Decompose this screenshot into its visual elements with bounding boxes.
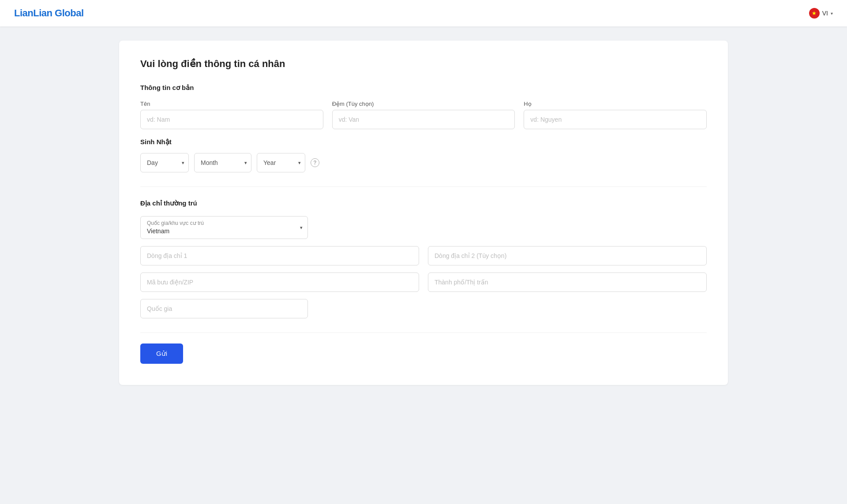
- first-name-group: Tên: [140, 101, 323, 129]
- birthday-row: Day ▾ Month ▾ Year ▾ ?: [140, 153, 707, 172]
- flag-icon: [809, 8, 820, 19]
- middle-name-group: Đệm (Tùy chọn): [332, 101, 515, 129]
- postal-city-row: [140, 273, 707, 292]
- birthday-section: Sinh Nhật Day ▾ Month ▾ Year: [140, 138, 707, 172]
- chevron-down-icon: ▾: [831, 11, 833, 16]
- basic-info-title: Thông tin cơ bản: [140, 84, 707, 92]
- submit-button[interactable]: Gửi: [140, 343, 183, 364]
- header: LianLian Global VI ▾: [0, 0, 847, 26]
- year-select-wrapper: Year ▾: [257, 153, 305, 172]
- country-text-input[interactable]: [140, 299, 308, 318]
- address-title: Địa chỉ thường trú: [140, 199, 707, 207]
- lang-label: VI: [822, 10, 828, 17]
- middle-name-label: Đệm (Tùy chọn): [332, 101, 515, 107]
- address-lines-row: [140, 246, 707, 265]
- country-value: Vietnam: [147, 228, 169, 235]
- year-select[interactable]: Year: [257, 153, 305, 172]
- day-select-wrapper: Day ▾: [140, 153, 189, 172]
- country-input-row: [140, 299, 707, 318]
- page-title: Vui lòng điền thông tin cá nhân: [140, 58, 707, 70]
- middle-name-input[interactable]: [332, 110, 515, 129]
- last-name-label: Họ: [524, 101, 707, 107]
- address2-input[interactable]: [428, 246, 707, 265]
- country-dropdown[interactable]: Quốc gia/khu vực cư trú Vietnam: [140, 216, 308, 239]
- language-selector[interactable]: VI ▾: [809, 8, 833, 19]
- name-row: Tên Đệm (Tùy chọn) Họ: [140, 101, 707, 129]
- month-select-wrapper: Month ▾: [194, 153, 251, 172]
- first-name-input[interactable]: [140, 110, 323, 129]
- logo-text: LianLian Global: [14, 7, 84, 19]
- footer-divider: [140, 332, 707, 333]
- logo: LianLian Global: [14, 7, 84, 19]
- section-divider: [140, 187, 707, 187]
- country-select-container: Quốc gia/khu vực cư trú Vietnam ▾: [140, 216, 308, 239]
- first-name-label: Tên: [140, 101, 323, 107]
- address1-input[interactable]: [140, 246, 419, 265]
- basic-info-section: Thông tin cơ bản Tên Đệm (Tùy chọn) Họ: [140, 84, 707, 129]
- last-name-group: Họ: [524, 101, 707, 129]
- last-name-input[interactable]: [524, 110, 707, 129]
- info-icon[interactable]: ?: [311, 158, 319, 167]
- postal-input[interactable]: [140, 273, 419, 292]
- birthday-title: Sinh Nhật: [140, 138, 707, 146]
- main-content: Vui lòng điền thông tin cá nhân Thông ti…: [0, 26, 847, 399]
- month-select[interactable]: Month: [194, 153, 251, 172]
- country-select-label: Quốc gia/khu vực cư trú: [147, 220, 290, 226]
- form-card: Vui lòng điền thông tin cá nhân Thông ti…: [119, 41, 728, 385]
- address-section: Địa chỉ thường trú Quốc gia/khu vực cư t…: [140, 199, 707, 318]
- city-input[interactable]: [428, 273, 707, 292]
- day-select[interactable]: Day: [140, 153, 189, 172]
- country-chevron-icon: ▾: [300, 225, 303, 231]
